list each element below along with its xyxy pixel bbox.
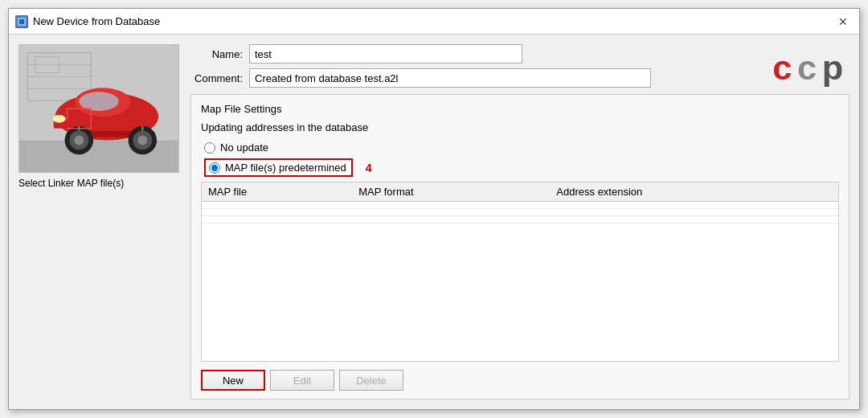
dialog-body: Select Linker MAP file(s) c c p Name: <box>9 35 859 409</box>
svg-point-19 <box>137 136 147 145</box>
map-predetermined-radio[interactable] <box>209 162 220 174</box>
linker-label: Select Linker MAP file(s) <box>18 176 179 191</box>
buttons-row: New Edit Delete <box>201 370 839 391</box>
window-icon <box>15 15 28 28</box>
map-settings-title: Map File Settings <box>201 103 839 115</box>
right-panel: c c p Name: Comment: <box>190 44 850 400</box>
left-panel: Select Linker MAP file(s) <box>18 44 179 400</box>
name-row: Name: <box>190 44 850 64</box>
dialog-window: New Device from Database ✕ <box>8 8 860 410</box>
delete-button[interactable]: Delete <box>339 370 403 391</box>
map-settings-box: Map File Settings Updating addresses in … <box>190 94 850 400</box>
window-title: New Device from Database <box>33 15 829 27</box>
table-row <box>202 202 838 209</box>
step-number: 4 <box>366 162 372 174</box>
map-table: MAP file MAP format Address extension <box>201 182 839 362</box>
table-row <box>202 216 838 223</box>
updating-subtitle: Updating addresses in the database <box>201 121 839 133</box>
svg-point-22 <box>53 115 66 123</box>
col-address-ext: Address extension <box>550 182 838 202</box>
new-button[interactable]: New <box>201 370 265 391</box>
col-map-file: MAP file <box>202 182 352 202</box>
svg-rect-2 <box>19 19 24 24</box>
table-row <box>202 209 838 216</box>
edit-button[interactable]: Edit <box>270 370 334 391</box>
map-file-table: MAP file MAP format Address extension <box>202 182 838 223</box>
svg-text:c: c <box>797 48 816 87</box>
no-update-row: No update <box>204 141 839 154</box>
col-map-format: MAP format <box>352 182 550 202</box>
no-update-radio[interactable] <box>204 142 215 154</box>
name-label: Name: <box>190 48 243 60</box>
top-section: Name: Comment: <box>190 44 850 88</box>
ccp-logo: c c p <box>769 44 850 88</box>
car-image <box>18 44 179 173</box>
map-predetermined-label: MAP file(s) predetermined <box>225 162 346 174</box>
svg-point-16 <box>74 136 84 145</box>
comment-label: Comment: <box>190 72 243 84</box>
title-bar: New Device from Database ✕ <box>9 9 859 35</box>
svg-text:c: c <box>772 48 791 87</box>
map-predetermined-row: MAP file(s) predetermined <box>204 158 353 177</box>
close-button[interactable]: ✕ <box>833 12 853 31</box>
comment-input[interactable] <box>249 68 651 88</box>
svg-text:p: p <box>822 48 843 87</box>
name-input[interactable] <box>249 44 522 64</box>
no-update-label: No update <box>220 141 268 154</box>
comment-row: Comment: <box>190 68 850 88</box>
